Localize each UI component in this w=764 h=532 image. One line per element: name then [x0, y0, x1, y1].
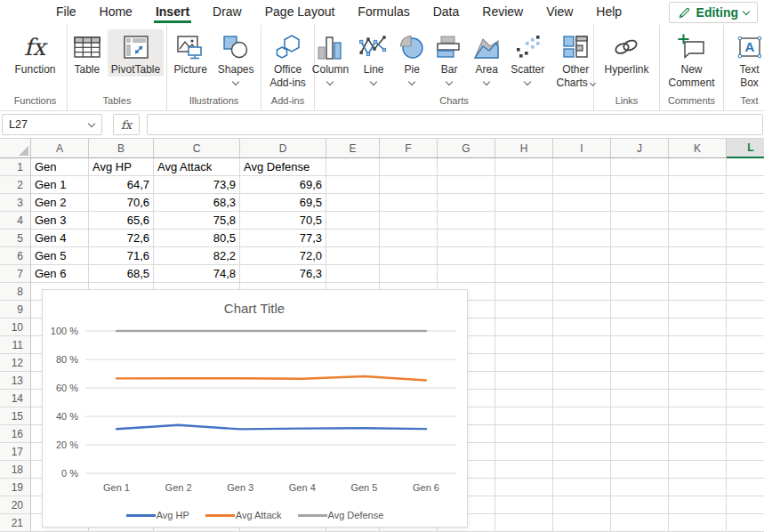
cell-H6[interactable] — [495, 247, 553, 265]
cell-C3[interactable]: 68,3 — [154, 194, 240, 212]
cell-K17[interactable] — [669, 443, 727, 461]
cell-F6[interactable] — [380, 247, 438, 265]
line-button[interactable]: Line — [356, 29, 391, 85]
cell-A5[interactable]: Gen 4 — [31, 230, 89, 247]
cell-L2[interactable] — [727, 176, 764, 194]
cell-B1[interactable]: Avg HP — [89, 158, 154, 176]
cell-L3[interactable] — [727, 194, 764, 212]
cell-D1[interactable]: Avg Defense — [240, 158, 326, 176]
cell-I10[interactable] — [553, 318, 611, 336]
cell-D5[interactable]: 77,3 — [240, 230, 326, 247]
office-add-ins-button[interactable]: Office Add-ins — [261, 29, 315, 90]
cell-I18[interactable] — [553, 461, 611, 479]
cell-I16[interactable] — [553, 425, 611, 443]
area-button[interactable]: Area — [470, 29, 503, 85]
cell-H12[interactable] — [495, 354, 553, 372]
cell-F4[interactable] — [380, 212, 438, 230]
cell-H20[interactable] — [495, 496, 553, 514]
cell-L13[interactable] — [727, 372, 764, 390]
cell-I7[interactable] — [553, 265, 611, 283]
insert-function-button[interactable]: fx — [113, 114, 140, 135]
column-header-G[interactable]: G — [438, 139, 495, 158]
picture-button[interactable]: Picture — [170, 29, 210, 77]
cell-C5[interactable]: 80,5 — [154, 230, 240, 247]
cell-I12[interactable] — [553, 354, 611, 372]
column-header-C[interactable]: C — [154, 139, 240, 158]
cell-H13[interactable] — [495, 372, 553, 390]
cell-L16[interactable] — [727, 425, 764, 443]
cell-H15[interactable] — [495, 407, 553, 425]
cell-A7[interactable]: Gen 6 — [31, 265, 89, 283]
tab-review[interactable]: Review — [470, 0, 535, 25]
row-header-7[interactable]: 7 — [0, 265, 31, 283]
shapes-button[interactable]: Shapes — [214, 29, 258, 85]
cell-D2[interactable]: 69,6 — [240, 176, 326, 194]
cell-K6[interactable] — [669, 247, 727, 265]
cell-L6[interactable] — [727, 247, 764, 265]
cell-K3[interactable] — [669, 194, 727, 212]
cell-I20[interactable] — [553, 496, 611, 514]
cell-C6[interactable]: 82,2 — [154, 247, 240, 265]
cell-K7[interactable] — [669, 265, 727, 283]
tab-help[interactable]: Help — [584, 0, 633, 25]
cell-L7[interactable] — [727, 265, 764, 283]
tab-formulas[interactable]: Formulas — [346, 0, 421, 25]
cell-H4[interactable] — [495, 212, 553, 230]
other-charts-button[interactable]: Other Charts — [551, 29, 599, 90]
cell-J9[interactable] — [611, 301, 669, 318]
column-button[interactable]: Column — [309, 29, 352, 85]
cell-H19[interactable] — [495, 479, 553, 496]
cell-H14[interactable] — [495, 390, 553, 407]
row-header-2[interactable]: 2 — [0, 176, 31, 194]
row-header-5[interactable]: 5 — [0, 230, 31, 247]
text-box-button[interactable]: AText Box — [733, 29, 764, 90]
cell-G5[interactable] — [438, 230, 495, 247]
cell-E2[interactable] — [326, 176, 380, 194]
row-header-21[interactable]: 21 — [0, 514, 31, 532]
cell-K15[interactable] — [669, 407, 727, 425]
row-header-14[interactable]: 14 — [0, 390, 31, 407]
cell-J8[interactable] — [611, 283, 669, 301]
cell-J18[interactable] — [611, 461, 669, 479]
name-box[interactable]: L27 — [2, 114, 102, 135]
cell-E4[interactable] — [326, 212, 380, 230]
column-header-B[interactable]: B — [89, 139, 154, 158]
column-header-I[interactable]: I — [553, 139, 611, 158]
cell-L9[interactable] — [727, 301, 764, 318]
cell-L17[interactable] — [727, 443, 764, 461]
cell-J13[interactable] — [611, 372, 669, 390]
new-comment-button[interactable]: New Comment — [661, 29, 723, 90]
cell-K13[interactable] — [669, 372, 727, 390]
tab-page-layout[interactable]: Page Layout — [253, 0, 347, 25]
cell-G3[interactable] — [438, 194, 495, 212]
cell-J5[interactable] — [611, 230, 669, 247]
select-all-corner[interactable] — [0, 139, 31, 158]
editing-mode-button[interactable]: Editing — [669, 2, 758, 23]
cell-K11[interactable] — [669, 336, 727, 354]
cell-I5[interactable] — [553, 230, 611, 247]
cell-L5[interactable] — [727, 230, 764, 247]
cell-J20[interactable] — [611, 496, 669, 514]
cell-I6[interactable] — [553, 247, 611, 265]
row-header-4[interactable]: 4 — [0, 212, 31, 230]
column-header-K[interactable]: K — [669, 139, 727, 158]
cell-B4[interactable]: 65,6 — [89, 212, 154, 230]
cell-K9[interactable] — [669, 301, 727, 318]
cell-J19[interactable] — [611, 479, 669, 496]
cell-A3[interactable]: Gen 2 — [31, 194, 89, 212]
cell-B7[interactable]: 68,5 — [89, 265, 154, 283]
row-header-11[interactable]: 11 — [0, 336, 31, 354]
tab-insert[interactable]: Insert — [144, 0, 201, 25]
hyperlink-button[interactable]: Hyperlink — [600, 29, 652, 77]
cell-J10[interactable] — [611, 318, 669, 336]
cell-H18[interactable] — [495, 461, 553, 479]
cell-K2[interactable] — [669, 176, 727, 194]
cell-G2[interactable] — [438, 176, 495, 194]
cell-J2[interactable] — [611, 176, 669, 194]
tab-data[interactable]: Data — [422, 0, 471, 25]
row-header-8[interactable]: 8 — [0, 283, 31, 301]
cell-C2[interactable]: 73,9 — [154, 176, 240, 194]
row-header-3[interactable]: 3 — [0, 194, 31, 212]
cell-A6[interactable]: Gen 5 — [31, 247, 89, 265]
cell-K21[interactable] — [669, 514, 727, 532]
